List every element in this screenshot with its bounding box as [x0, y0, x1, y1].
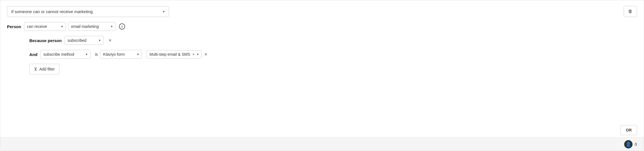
- multi-step-tag[interactable]: Multi-step email & SMS × ▾: [146, 50, 202, 59]
- can-receive-dropdown[interactable]: can receive ▾: [24, 22, 66, 31]
- row-and: And subscribe method ▾ is Klaviyo form ▾…: [7, 50, 637, 59]
- klaviyo-form-value: Klaviyo form: [103, 52, 125, 57]
- main-dropdown-text: If someone can or cannot receive marketi…: [11, 9, 93, 14]
- main-container: If someone can or cannot receive marketi…: [0, 0, 644, 151]
- subscribe-method-value: subscribe method: [43, 52, 74, 57]
- trash-icon: 🗑: [628, 9, 633, 14]
- and-row-close-icon[interactable]: ×: [204, 52, 207, 57]
- subscribe-method-dropdown[interactable]: subscribe method ▾: [40, 50, 90, 59]
- and-label: And: [29, 52, 37, 57]
- row-because-person: Because person subscribed ▾ ×: [7, 36, 637, 45]
- row-main-dropdown: If someone can or cannot receive marketi…: [7, 6, 637, 17]
- multi-step-tag-value: Multi-step email & SMS: [149, 52, 190, 57]
- row-person: Person can receive ▾ email marketing ▾ i: [7, 22, 637, 31]
- multi-step-tag-close-icon[interactable]: ×: [192, 52, 195, 57]
- or-button[interactable]: OR: [621, 125, 637, 135]
- email-marketing-value: email marketing: [71, 24, 99, 29]
- subscribe-method-chevron-icon: ▾: [86, 52, 87, 56]
- add-filter-icon: ⊻: [34, 67, 37, 72]
- person-label: Person: [7, 24, 21, 29]
- subscribed-dropdown[interactable]: subscribed ▾: [65, 36, 104, 45]
- avatar-person-icon: 👤: [626, 142, 631, 147]
- email-marketing-chevron-icon: ▾: [111, 25, 113, 28]
- because-person-label: Because person: [29, 38, 62, 43]
- subscribed-value: subscribed: [68, 38, 87, 43]
- add-filter-button[interactable]: ⊻ Add filter: [29, 64, 59, 74]
- klaviyo-form-dropdown[interactable]: Klaviyo form ▾: [100, 50, 142, 59]
- because-person-close-icon[interactable]: ×: [109, 38, 112, 43]
- add-filter-label: Add filter: [39, 67, 55, 71]
- klaviyo-form-chevron-icon: ▾: [137, 52, 139, 56]
- count-badge: 0: [635, 142, 637, 147]
- avatar-icon: 👤: [624, 140, 633, 148]
- email-marketing-dropdown[interactable]: email marketing ▾: [68, 22, 116, 31]
- info-icon[interactable]: i: [119, 23, 125, 30]
- main-dropdown-chevron-icon: ▾: [163, 9, 165, 14]
- can-receive-value: can receive: [27, 24, 47, 29]
- multi-step-tag-chevron-icon[interactable]: ▾: [197, 52, 199, 56]
- delete-button[interactable]: 🗑: [624, 6, 637, 17]
- can-receive-chevron-icon: ▾: [61, 25, 63, 28]
- bottom-bar: 👤 0: [0, 137, 644, 151]
- row-add-filter: ⊻ Add filter: [7, 64, 637, 74]
- main-condition-dropdown[interactable]: If someone can or cannot receive marketi…: [7, 6, 169, 17]
- is-label: is: [95, 52, 98, 57]
- subscribed-chevron-icon: ▾: [99, 38, 101, 42]
